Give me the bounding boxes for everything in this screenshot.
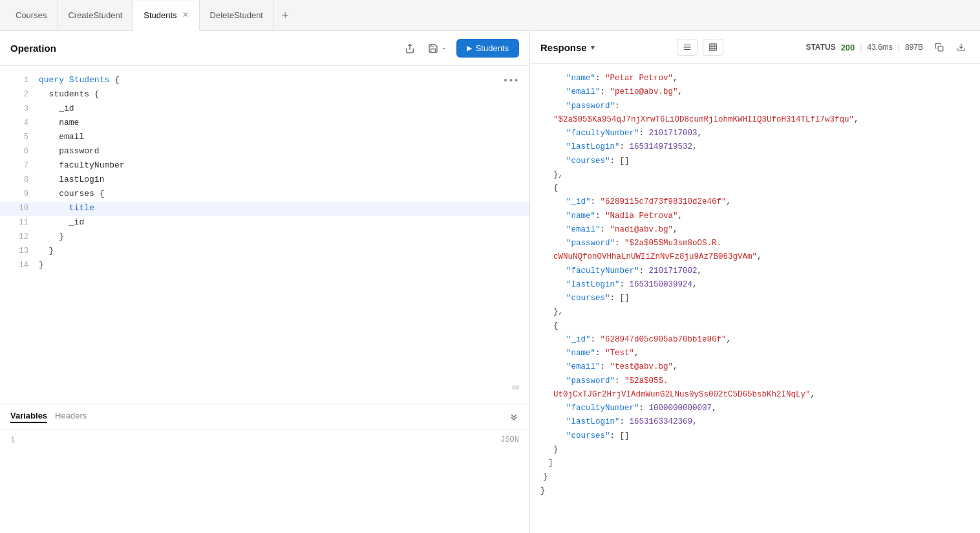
response-title-area: Response ▾ [540,42,595,53]
tabs-bar: Courses CreateStudent Students ✕ DeleteS… [0,0,980,31]
tab-courses[interactable]: Courses [5,0,58,30]
response-line: "name": "Petar Petrov", [540,72,970,85]
tab-students[interactable]: Students ✕ [133,1,199,31]
line-num-2: 2 [10,88,28,101]
response-line: "$2a$05$Ka954qJ7njXrwT6LiOD8cumRjlohmKWH… [540,113,970,127]
main-layout: Operation ▶ Students [0,31,980,533]
response-line: "password": [540,100,970,113]
line-num-4: 4 [10,116,28,129]
copy-response-button[interactable] [931,40,948,54]
tab-createstudent-label: CreateStudent [68,10,122,20]
line-content-13: } [39,245,54,258]
line-content-4: name [39,116,79,130]
line-content-11: _id [39,216,84,230]
response-line: "facultyNumber": 2101717003, [540,127,970,140]
response-size: 897B [905,43,923,52]
code-line-2: 2 students { [0,88,529,102]
status-label: STATUS [805,43,835,52]
variables-line-num: 1 [10,435,15,444]
response-line: Ut0jCxTJGr2HrjVIAdmWunG2LNus0ySs002tC5D6… [540,388,970,402]
code-line-10: 10 title [0,202,529,216]
response-line: }, [540,168,970,182]
code-line-3: 3 _id [0,102,529,116]
variables-tabs: Variables Headers [10,411,87,423]
collapse-variables-button[interactable] [509,411,519,423]
line-content-14: } [39,259,44,272]
share-button[interactable] [401,41,419,56]
code-line-7: 7 facultyNumber [0,159,529,173]
code-line-6: 6 password [0,145,529,159]
code-line-4: 4 name [0,116,529,131]
response-line: "facultyNumber": 1000000000007, [540,402,970,415]
tab-courses-label: Courses [16,10,47,20]
line-num-3: 3 [10,102,28,115]
response-line: "courses": [] [540,155,970,168]
response-line: "email": "test@abv.bg", [540,360,970,374]
run-button[interactable]: ▶ Students [456,39,519,58]
svg-rect-3 [710,44,717,51]
response-line: } [540,484,970,498]
response-time: 43.6ms [867,43,892,52]
line-content-6: password [39,145,100,158]
code-line-1: 1 query Students { [0,74,529,88]
operation-title: Operation [10,43,56,54]
download-response-button[interactable] [953,40,970,54]
variables-body: 1 JSON [0,430,529,533]
status-area: STATUS 200 | 43.6ms | 897B [805,40,970,54]
line-num-6: 6 [10,145,28,158]
response-line: { [540,182,970,195]
line-num-7: 7 [10,159,28,172]
response-line: cWNuNQfonOVHhaLnUWIiZnNvFz8ju9Az7B063gVA… [540,250,970,264]
line-content-10: title [39,202,94,215]
response-header: Response ▾ STATUS [530,31,980,64]
save-button[interactable] [424,41,451,56]
code-line-9: 9 courses { [0,188,529,202]
line-content-8: lastLogin [39,173,104,187]
response-line: "name": "Nadia Petrova", [540,210,970,223]
line-content-1: query Students { [39,74,120,87]
headers-tab[interactable]: Headers [55,411,87,423]
line-content-7: facultyNumber [39,159,125,173]
response-line: "email": "petio@abv.bg", [540,85,970,99]
line-content-2: students { [39,88,100,102]
line-num-10: 10 [10,202,28,215]
response-title: Response [540,42,587,53]
line-num-9: 9 [10,188,28,201]
response-line: "_id": "6289115c7d73f98310d2e46f", [540,195,970,209]
line-num-11: 11 [10,216,28,229]
line-num-13: 13 [10,245,28,257]
line-content-12: } [39,230,64,244]
response-line: "email": "nadi@abv.bg", [540,223,970,237]
response-list-view-button[interactable] [677,39,698,56]
variables-tab[interactable]: Variables [10,411,47,423]
code-line-14: 14 } [0,259,529,273]
tab-deletestudent[interactable]: DeleteStudent [200,0,274,30]
left-panel: Operation ▶ Students [0,31,530,533]
response-line: } [540,443,970,457]
response-table-view-button[interactable] [703,39,723,56]
three-dots-menu[interactable]: ••• [503,74,519,88]
tab-createstudent[interactable]: CreateStudent [58,0,133,30]
run-label: Students [476,43,509,53]
variables-section: Variables Headers 1 JSON [0,404,529,533]
keyboard-icon[interactable]: ⌨ [512,380,519,398]
line-num-8: 8 [10,173,28,186]
response-line: { [540,320,970,333]
code-line-13: 13 } [0,245,529,259]
line-content-9: courses { [39,188,104,201]
response-line: "name": "Test", [540,347,970,360]
response-line: "lastLogin": 1653150039924, [540,278,970,292]
response-line: }, [540,305,970,319]
tab-add-button[interactable]: + [274,0,297,30]
json-format-label[interactable]: JSON [500,435,519,444]
tab-students-close[interactable]: ✕ [182,11,189,19]
code-editor[interactable]: ••• 1 query Students { 2 students { 3 _i… [0,66,529,404]
header-actions: ▶ Students [401,39,519,58]
response-body[interactable]: "name": "Petar Petrov", "email": "petio@… [530,64,980,533]
variables-header: Variables Headers [0,404,529,430]
response-line: "_id": "628947d05c905ab70bb1e96f", [540,333,970,347]
response-chevron-icon[interactable]: ▾ [591,43,595,52]
svg-rect-8 [938,46,943,51]
response-line: "password": "$2a$05$. [540,375,970,388]
line-num-1: 1 [10,74,28,87]
